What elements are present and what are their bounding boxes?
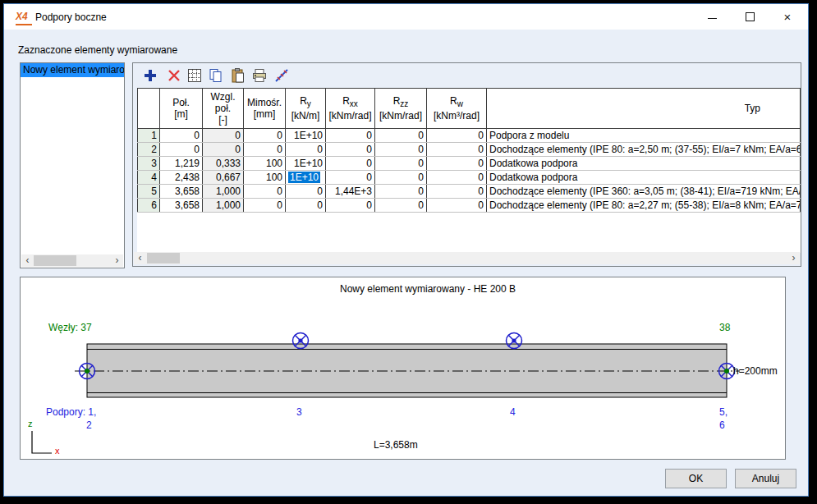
cell[interactable]: 0 xyxy=(375,199,427,213)
cell[interactable]: Dochodzące elementy (IPE 80: a=2,50 m; (… xyxy=(487,143,801,157)
scroll-left-icon[interactable]: ‹ xyxy=(21,254,34,267)
cell[interactable]: 0,667 xyxy=(203,171,244,185)
cell[interactable]: 100 xyxy=(244,171,286,185)
cell[interactable]: Podpora z modelu xyxy=(487,129,801,143)
axis-x-label: x xyxy=(55,446,60,456)
table-horizontal-scrollbar[interactable]: ‹ › xyxy=(134,252,800,264)
cell[interactable]: 0 xyxy=(375,185,427,199)
column-header-wzgl: Wzgl. poł.[-] xyxy=(203,89,244,129)
row-header[interactable]: 6 xyxy=(138,199,160,213)
cell[interactable]: 1,000 xyxy=(203,199,244,213)
cell[interactable]: 0 xyxy=(244,143,286,157)
header-row: Poł.[m] Wzgl. poł.[-] Mimośr.[mm] Ry[kN/… xyxy=(138,89,801,129)
minimize-button[interactable] xyxy=(700,4,724,30)
column-header-ry: Ry[kN/m] xyxy=(286,89,326,129)
list-item[interactable]: Nowy element wymiarowany xyxy=(21,63,124,77)
column-header-rowno xyxy=(138,89,160,129)
cell[interactable]: 0 xyxy=(244,199,286,213)
scroll-right-icon[interactable]: › xyxy=(111,254,123,267)
selected-elements-label: Zaznaczone elementy wymiarowane xyxy=(18,44,177,56)
print-icon[interactable] xyxy=(250,67,269,84)
cell[interactable]: 0 xyxy=(326,143,375,157)
add-row-icon[interactable] xyxy=(141,67,159,84)
cell[interactable]: 0 xyxy=(427,129,487,143)
cell[interactable]: 1,219 xyxy=(160,157,203,171)
table-icon[interactable] xyxy=(186,67,204,84)
maximize-button[interactable] xyxy=(737,4,762,30)
cell[interactable]: 1,44E+3 xyxy=(326,185,375,199)
column-header-rw: Rw[kNm³/rad] xyxy=(427,89,487,129)
cell[interactable]: 0 xyxy=(244,129,286,143)
cell[interactable]: 0 xyxy=(427,185,487,199)
table-row: 4 2,438 0,667 100 1E+10 0 0 0 Dodatkowa … xyxy=(138,171,801,185)
row-header[interactable]: 1 xyxy=(138,129,160,143)
section-height-label: h=200mm xyxy=(733,365,778,377)
cell[interactable]: 0 xyxy=(203,129,244,143)
scroll-right-icon[interactable]: › xyxy=(787,252,800,264)
beam-drawing xyxy=(21,277,785,459)
column-header-rxx: Rxx[kNm/rad] xyxy=(326,89,375,129)
screen: X4 Podpory boczne × Zaznaczone elementy … xyxy=(0,0,817,504)
cell[interactable]: 0,333 xyxy=(203,157,244,171)
row-header[interactable]: 4 xyxy=(138,171,160,185)
column-header-typ: Typ xyxy=(487,89,801,129)
ok-button[interactable]: OK xyxy=(665,469,727,488)
close-button[interactable]: × xyxy=(775,4,800,30)
column-header-rzz: Rzz[kNm/rad] xyxy=(375,89,427,129)
cell[interactable]: Dodatkowa podpora xyxy=(487,171,801,185)
cell[interactable]: 3,658 xyxy=(160,199,203,213)
cell[interactable]: 0 xyxy=(286,143,326,157)
cell[interactable]: 0 xyxy=(160,143,203,157)
cell[interactable]: Dodatkowa podpora xyxy=(487,157,801,171)
cell[interactable]: 0 xyxy=(427,171,487,185)
cell[interactable]: 3,658 xyxy=(160,185,203,199)
cell[interactable]: 1E+10 xyxy=(286,129,326,143)
cell[interactable]: 0 xyxy=(427,143,487,157)
scrollbar-thumb[interactable] xyxy=(147,253,180,263)
cell-selected[interactable]: 1E+10 xyxy=(286,171,326,185)
elements-listbox[interactable]: Nowy element wymiarowany ‹ › xyxy=(20,62,125,268)
cell[interactable]: 0 xyxy=(427,157,487,171)
supports-grid: Poł.[m] Wzgl. poł.[-] Mimośr.[mm] Ry[kN/… xyxy=(137,88,801,253)
title-bar[interactable]: X4 Podpory boczne × xyxy=(4,4,808,30)
cancel-button[interactable]: Anuluj xyxy=(735,469,796,488)
cell[interactable]: 0 xyxy=(427,199,487,213)
cell[interactable]: 0 xyxy=(375,143,427,157)
maximize-icon xyxy=(746,12,755,21)
supports-label: Podpory: 1, xyxy=(46,406,96,418)
cell[interactable]: 2,438 xyxy=(160,171,203,185)
cell[interactable]: 0 xyxy=(203,143,244,157)
modify-icon[interactable] xyxy=(273,67,291,84)
cell[interactable]: 0 xyxy=(286,199,326,213)
selected-cell-value[interactable]: 1E+10 xyxy=(288,172,320,183)
row-header[interactable]: 3 xyxy=(138,157,160,171)
row-header[interactable]: 5 xyxy=(138,185,160,199)
cell[interactable]: 0 xyxy=(326,171,375,185)
cell[interactable]: 0 xyxy=(326,199,375,213)
cell[interactable]: 100 xyxy=(244,157,286,171)
cell[interactable]: Dochodzące elementy (IPE 80: a=2,27 m; (… xyxy=(487,199,801,213)
cell[interactable]: 0 xyxy=(326,129,375,143)
copy-icon[interactable] xyxy=(207,67,225,84)
list-horizontal-scrollbar[interactable]: ‹ › xyxy=(21,254,123,267)
scrollbar-thumb[interactable] xyxy=(34,255,76,266)
support-5-label: 5, xyxy=(719,406,727,418)
support-3-label: 3 xyxy=(296,406,302,418)
cell[interactable]: 0 xyxy=(160,129,203,143)
table-row: 1 0 0 0 1E+10 0 0 0 Podpora z modelu xyxy=(138,129,801,143)
cell[interactable]: 0 xyxy=(375,171,427,185)
delete-row-icon[interactable] xyxy=(165,67,183,84)
cell[interactable]: 0 xyxy=(375,157,427,171)
cell[interactable]: 0 xyxy=(286,185,326,199)
cell[interactable]: Dochodzące elementy (IPE 360: a=3,05 m; … xyxy=(487,185,801,199)
cell[interactable]: 0 xyxy=(375,129,427,143)
row-header[interactable]: 2 xyxy=(138,143,160,157)
paste-icon[interactable] xyxy=(229,67,247,84)
column-header-pol: Poł.[m] xyxy=(160,89,203,129)
scroll-left-icon[interactable]: ‹ xyxy=(134,252,146,264)
cell[interactable]: 1,000 xyxy=(203,185,244,199)
cell[interactable]: 1E+10 xyxy=(286,157,326,171)
cell[interactable]: 0 xyxy=(326,157,375,171)
cell[interactable]: 0 xyxy=(244,185,286,199)
supports-table: Poł.[m] Wzgl. poł.[-] Mimośr.[mm] Ry[kN/… xyxy=(137,88,801,213)
